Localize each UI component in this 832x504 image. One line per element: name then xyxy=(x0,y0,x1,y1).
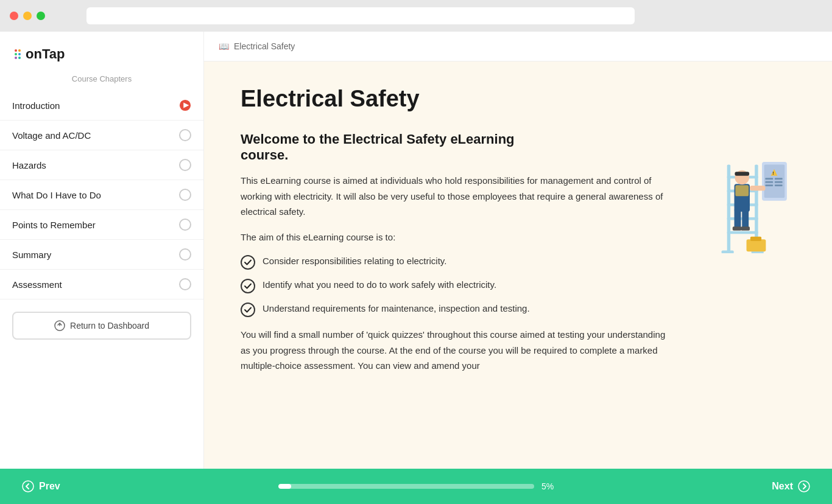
chapter-name-hazards: Hazards xyxy=(12,160,46,170)
svg-rect-10 xyxy=(727,231,758,234)
chapter-name-summary: Summary xyxy=(12,250,51,260)
logo-dot-4 xyxy=(18,53,21,55)
logo: onTap xyxy=(0,32,203,72)
next-icon xyxy=(798,480,810,492)
svg-rect-13 xyxy=(747,239,766,251)
progress-fill xyxy=(278,484,291,489)
chapter-name-points: Points to Remember xyxy=(12,220,96,230)
logo-dot-2 xyxy=(18,49,21,52)
progress-track xyxy=(278,484,534,489)
content-header: 📖 Electrical Safety xyxy=(204,32,832,61)
course-header-label: Electrical Safety xyxy=(234,41,295,51)
checklist-text-2: Identify what you need to do to work saf… xyxy=(263,278,496,292)
svg-rect-31 xyxy=(735,172,749,175)
app-container: onTap Course Chapters Introduction Volta… xyxy=(0,32,832,469)
logo-dot-5 xyxy=(15,57,17,59)
svg-text:!: ! xyxy=(772,170,774,176)
intro-section: Welcome to the Electrical Safety eLearni… xyxy=(241,131,795,383)
sidebar: onTap Course Chapters Introduction Volta… xyxy=(0,32,204,469)
svg-rect-14 xyxy=(750,237,761,241)
address-bar[interactable] xyxy=(86,7,635,24)
course-title: Electrical Safety xyxy=(241,86,795,112)
book-icon: 📖 xyxy=(219,41,229,51)
minimize-button[interactable] xyxy=(23,12,32,20)
close-button[interactable] xyxy=(10,12,18,20)
chapter-status-points xyxy=(179,219,191,231)
svg-rect-28 xyxy=(733,226,742,230)
checklist-item-1: Consider responsibilities relating to el… xyxy=(241,254,674,270)
return-label: Return to Dashboard xyxy=(70,321,149,331)
aim-text: The aim of this eLearning course is to: xyxy=(241,229,674,245)
intro-paragraph1: This eLearning course is aimed at indivi… xyxy=(241,173,674,220)
svg-rect-19 xyxy=(765,178,773,180)
check-icon-1 xyxy=(241,255,255,270)
progress-percent: 5% xyxy=(541,481,554,491)
svg-rect-23 xyxy=(775,181,783,183)
titlebar xyxy=(0,0,832,32)
worker-svg: ! xyxy=(692,131,795,253)
return-icon xyxy=(54,320,65,331)
sidebar-item-introduction[interactable]: Introduction xyxy=(0,91,203,121)
prev-icon xyxy=(22,480,34,492)
svg-rect-33 xyxy=(735,185,749,196)
body-paragraph: You will find a small number of 'quick q… xyxy=(241,327,674,374)
svg-rect-16 xyxy=(764,165,785,198)
sidebar-item-whatdo[interactable]: What Do I Have to Do xyxy=(0,180,203,210)
svg-point-34 xyxy=(23,481,33,492)
sidebar-item-voltage[interactable]: Voltage and AC/DC xyxy=(0,121,203,150)
sidebar-section-title: Course Chapters xyxy=(0,72,203,91)
logo-dot-1 xyxy=(15,49,17,52)
checklist-text-3: Understand requirements for maintenance,… xyxy=(263,302,530,316)
content-scroll: Electrical Safety Welcome to the Electri… xyxy=(204,61,832,469)
svg-rect-21 xyxy=(765,184,773,186)
sidebar-item-points[interactable]: Points to Remember xyxy=(0,210,203,240)
next-label: Next xyxy=(772,481,793,492)
chapter-status-hazards xyxy=(179,159,191,171)
prev-label: Prev xyxy=(39,481,60,492)
chapter-name-voltage: Voltage and AC/DC xyxy=(12,130,91,141)
svg-rect-11 xyxy=(722,250,734,253)
intro-text: Welcome to the Electrical Safety eLearni… xyxy=(241,131,674,383)
svg-rect-22 xyxy=(775,178,783,180)
svg-rect-32 xyxy=(750,186,765,191)
content-area: 📖 Electrical Safety Electrical Safety We… xyxy=(204,32,832,469)
sidebar-item-summary[interactable]: Summary xyxy=(0,240,203,270)
checklist-item-3: Understand requirements for maintenance,… xyxy=(241,302,674,317)
logo-text: onTap xyxy=(26,46,65,62)
chapter-name-introduction: Introduction xyxy=(12,100,60,111)
prev-button[interactable]: Prev xyxy=(15,475,68,497)
checklist-text-1: Consider responsibilities relating to el… xyxy=(263,254,446,268)
chapter-status-voltage xyxy=(179,129,191,141)
chapter-status-introduction xyxy=(179,99,191,111)
svg-rect-27 xyxy=(742,209,749,228)
logo-dot-6 xyxy=(18,57,21,59)
svg-rect-29 xyxy=(741,226,750,230)
chapter-status-whatdo xyxy=(179,189,191,201)
maximize-button[interactable] xyxy=(37,12,45,20)
chapter-status-summary xyxy=(179,248,191,261)
svg-rect-24 xyxy=(775,184,783,186)
svg-rect-26 xyxy=(735,209,741,228)
next-button[interactable]: Next xyxy=(764,475,817,497)
sidebar-item-assessment[interactable]: Assessment xyxy=(0,270,203,299)
worker-illustration: ! xyxy=(692,131,795,256)
logo-icon xyxy=(15,49,21,59)
progress-section: 5% xyxy=(68,481,765,491)
checklist-item-2: Identify what you need to do to work saf… xyxy=(241,278,674,293)
return-to-dashboard-button[interactable]: Return to Dashboard xyxy=(12,312,191,340)
welcome-heading: Welcome to the Electrical Safety eLearni… xyxy=(241,131,557,163)
chapter-name-whatdo: What Do I Have to Do xyxy=(12,190,101,200)
logo-dot-3 xyxy=(15,53,17,55)
svg-rect-20 xyxy=(765,181,773,183)
check-icon-3 xyxy=(241,303,255,317)
bottom-bar: Prev 5% Next xyxy=(0,469,832,504)
chapter-name-assessment: Assessment xyxy=(12,279,62,290)
chapter-status-assessment xyxy=(179,278,191,290)
check-icon-2 xyxy=(241,279,255,293)
sidebar-item-hazards[interactable]: Hazards xyxy=(0,150,203,180)
svg-point-35 xyxy=(799,481,809,492)
